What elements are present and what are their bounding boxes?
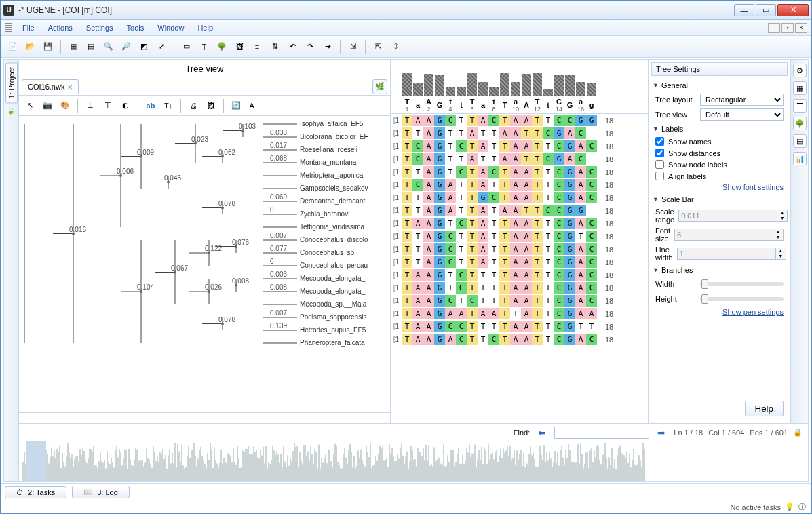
leaf-icon[interactable]: 🍃 [6, 106, 17, 117]
overview-strip[interactable] [22, 441, 805, 481]
new-document-icon[interactable]: 📄 [5, 39, 21, 55]
save-icon[interactable]: 💾 [40, 39, 56, 55]
sequence-grid[interactable]: 1TAAGCTTACTAATTCCGG181TTAGTTATTAATTCGAC … [391, 114, 648, 412]
zoom-fit-icon[interactable]: ⤢ [153, 39, 170, 55]
section-branches[interactable]: ▼Branches [649, 263, 790, 277]
show-node-labels-checkbox[interactable] [655, 160, 664, 169]
menu-help[interactable]: Help [191, 22, 220, 34]
tree-cursor-icon[interactable]: ↖ [22, 98, 38, 114]
maximize-button[interactable]: ▭ [756, 4, 776, 16]
tree-sort-icon[interactable]: A↓ [246, 98, 262, 114]
svg-text:0.008: 0.008 [270, 283, 287, 291]
expand2-icon[interactable]: ⇳ [387, 39, 404, 55]
align-labels-checkbox[interactable] [655, 172, 664, 180]
tree-tab[interactable]: COI16.nwk × [22, 79, 79, 94]
tasks-tab[interactable]: ⏱ 2: Tasks [5, 486, 66, 498]
tree-layout3-icon[interactable]: ◐ [117, 98, 134, 114]
tree-export-icon[interactable]: 🖼 [203, 98, 219, 114]
undo-icon[interactable]: ↶ [284, 39, 301, 55]
align-icon[interactable]: ≡ [249, 39, 265, 55]
grid-icon-right[interactable]: ▤ [793, 134, 807, 148]
palette-icon[interactable]: ▦ [793, 81, 807, 95]
go-icon[interactable]: ➔ [320, 39, 336, 55]
tree-camera-icon[interactable]: 📷 [39, 98, 56, 114]
menu-settings[interactable]: Settings [79, 22, 120, 34]
text-tool-icon[interactable]: T [196, 39, 212, 55]
tree-font-icon[interactable]: T↓ [160, 98, 176, 114]
section-general[interactable]: ▼General [649, 79, 790, 92]
svg-text:0.007: 0.007 [270, 232, 287, 239]
menu-window[interactable]: Window [151, 22, 191, 34]
find-input[interactable] [554, 427, 649, 439]
svg-text:Mecopoda_elongata_: Mecopoda_elongata_ [300, 288, 366, 295]
tree-refresh-icon[interactable]: 🔄 [228, 98, 244, 114]
mdi-minimize[interactable]: — [768, 23, 780, 33]
list-icon[interactable]: ☰ [793, 99, 807, 113]
lock-icon[interactable]: 🔒 [793, 428, 803, 437]
zoom-out-icon[interactable]: 🔎 [118, 39, 134, 55]
tree-layout-select[interactable]: Rectangular [700, 94, 784, 106]
image-icon[interactable]: 🖼 [231, 39, 248, 55]
info-icon[interactable]: ⓘ [798, 502, 806, 512]
tree-color-icon[interactable]: 🎨 [57, 98, 73, 114]
overview-icon[interactable]: ▭ [178, 39, 195, 55]
open-folder-icon[interactable]: 📂 [22, 39, 39, 55]
pen-settings-link[interactable]: Show pen settings [722, 308, 784, 316]
tree-scroll-x[interactable] [19, 412, 390, 423]
menu-actions[interactable]: Actions [41, 22, 79, 34]
project-tab[interactable]: 1: Project [5, 62, 18, 103]
find-next-icon[interactable]: ➡ [655, 427, 668, 439]
height-slider[interactable] [700, 297, 784, 301]
expand-icon[interactable]: ⇱ [370, 39, 386, 55]
tree-view-field: Tree view Default [649, 107, 790, 122]
zoom-in-icon[interactable]: 🔍 [100, 39, 117, 55]
menu-file[interactable]: File [16, 22, 41, 34]
section-labels[interactable]: ▼Labels [649, 122, 790, 136]
grid-icon[interactable]: ▦ [65, 39, 81, 55]
build-tree-icon[interactable]: 🌿 [372, 79, 387, 94]
minimize-button[interactable]: — [734, 4, 754, 16]
close-button[interactable]: ✕ [777, 4, 809, 16]
line-width-spinner[interactable]: ▲▼ [677, 248, 786, 260]
tree-view-select[interactable]: Default [700, 108, 784, 121]
overview-selection[interactable] [26, 441, 46, 481]
tree2-icon[interactable]: 🌳 [793, 117, 807, 130]
tree-canvas[interactable]: Isophya_altaica_EF5Bicolorana_bicolor_EF… [19, 116, 390, 412]
svg-text:Roeseliana_roeseli: Roeseliana_roeseli [300, 146, 357, 153]
grid2-icon[interactable]: ▤ [83, 39, 99, 55]
svg-text:0.067: 0.067 [171, 264, 188, 272]
collapse-icon[interactable]: ⇲ [345, 39, 361, 55]
menubar-grip [5, 23, 12, 33]
mdi-close[interactable]: × [795, 23, 807, 33]
font-size-spinner[interactable]: ▲▼ [674, 229, 784, 241]
tree-layout1-icon[interactable]: ⊥ [82, 98, 98, 114]
menu-tools[interactable]: Tools [120, 22, 151, 34]
log-tab[interactable]: 📖 3: Log [72, 486, 130, 498]
help-button[interactable]: Help [745, 401, 784, 416]
section-scale-bar[interactable]: ▼Scale Bar [649, 193, 790, 206]
scale-range-spinner[interactable]: ▲▼ [678, 210, 788, 222]
svg-text:Bicolorana_bicolor_EF: Bicolorana_bicolor_EF [300, 133, 368, 140]
gear-icon[interactable]: ⚙ [793, 64, 807, 77]
seq-scroll-x[interactable] [391, 412, 648, 423]
show-names-checkbox[interactable] [655, 137, 664, 146]
body: 1: Project 🍃 Tree view COI16.nwk × 🌿 [3, 59, 809, 482]
main-window: U -* UGENE - [COI [m] COI] — ▭ ✕ File Ac… [0, 0, 812, 514]
close-tab-icon[interactable]: × [67, 82, 73, 92]
svg-text:0.017: 0.017 [270, 142, 287, 149]
zoom-sel-icon[interactable]: ◩ [136, 39, 152, 55]
tree-icon[interactable]: 🌳 [214, 39, 230, 55]
chart-icon[interactable]: 📊 [793, 152, 807, 165]
bulb-icon[interactable]: 💡 [785, 502, 794, 511]
mdi-restore[interactable]: ▫ [781, 23, 794, 33]
tree-labels-icon[interactable]: ab [142, 98, 159, 114]
redo-icon[interactable]: ↷ [302, 39, 318, 55]
tree-layout2-icon[interactable]: ⊤ [100, 98, 116, 114]
tree-print-icon[interactable]: 🖨 [185, 98, 201, 114]
find-prev-icon[interactable]: ⬅ [535, 427, 549, 439]
show-distances-checkbox[interactable] [655, 149, 664, 157]
sort-icon[interactable]: ⇅ [267, 39, 283, 55]
width-slider[interactable] [700, 282, 784, 286]
svg-text:Montana_montana: Montana_montana [300, 159, 357, 166]
font-settings-link[interactable]: Show font settings [722, 183, 784, 191]
